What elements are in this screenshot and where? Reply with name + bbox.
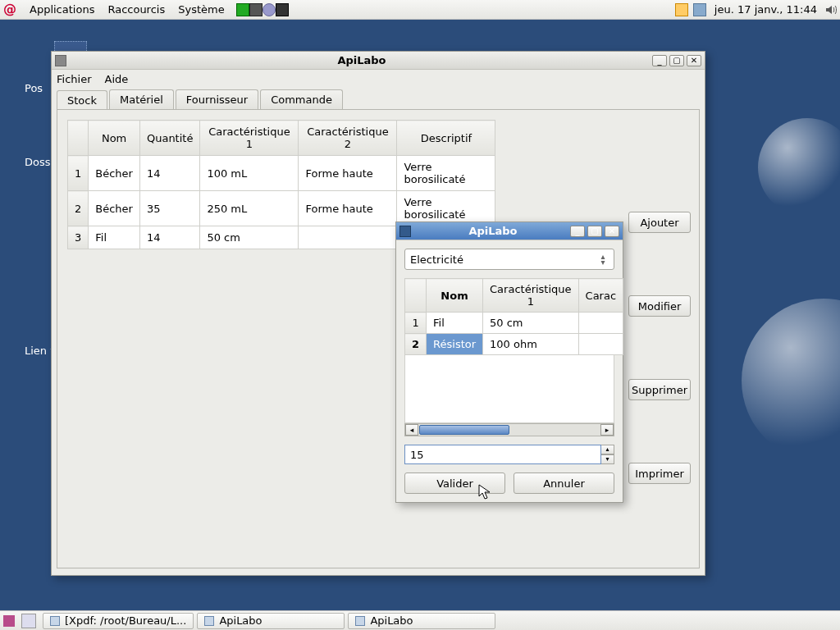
tabstrip: Stock Matériel Fournisseur Commande	[52, 89, 705, 109]
panel-applet-icon[interactable]	[276, 3, 289, 16]
dialog-table-empty-area	[404, 355, 614, 422]
main-title: ApiLabo	[71, 54, 652, 66]
task-label: ApiLabo	[370, 614, 413, 627]
app-icon	[399, 226, 411, 237]
cell-c1[interactable]: 100 ohm	[483, 334, 579, 355]
modifier-button[interactable]: Modifier	[628, 295, 691, 317]
tab-fournisseur[interactable]: Fournisseur	[176, 89, 258, 109]
cell-nom[interactable]: Fil	[89, 226, 140, 249]
cell-nom[interactable]: Bécher	[89, 156, 140, 191]
spin-up-button[interactable]: ▴	[601, 445, 614, 454]
cell-rownum: 2	[68, 191, 89, 226]
task-icon	[204, 616, 214, 626]
maximize-button[interactable]: ▢	[669, 55, 684, 66]
panel-applet-icon[interactable]	[236, 3, 249, 16]
cell-rownum: 1	[68, 156, 89, 191]
systeme-menu[interactable]: Système	[171, 3, 231, 16]
spin-down-button[interactable]: ▾	[601, 454, 614, 464]
task-apilabo-2[interactable]: ApiLabo	[348, 613, 495, 629]
task-icon	[50, 616, 60, 626]
desktop-wallpaper-bubbles	[709, 20, 840, 610]
scroll-left-button[interactable]: ◂	[405, 424, 418, 436]
dialog-table[interactable]: Nom Caractéristique 1 Carac 1Fil50 cm2Ré…	[404, 278, 623, 355]
dialog-title: ApiLabo	[416, 225, 570, 237]
cell-qte[interactable]: 14	[139, 226, 199, 249]
col-rownum[interactable]	[68, 121, 89, 156]
tray-icon[interactable]	[675, 3, 688, 16]
task-label: ApiLabo	[219, 614, 262, 627]
cell-nom[interactable]: Fil	[427, 313, 483, 334]
applications-menu[interactable]: Applications	[23, 3, 101, 16]
minimize-button[interactable]: _	[652, 55, 667, 66]
desktop-icon-label: Pos	[25, 82, 43, 94]
cell-qte[interactable]: 14	[139, 156, 199, 191]
cell-rownum: 3	[68, 226, 89, 249]
cell-c2[interactable]	[578, 334, 623, 355]
dlg-col-nom[interactable]: Nom	[427, 279, 483, 313]
col-descriptif[interactable]: Descriptif	[397, 121, 495, 156]
quantity-spinbox[interactable]: ▴ ▾	[404, 445, 614, 464]
apilabo-dialog-window: ApiLabo _ ▢ ✕ Electricité ▴▾ Nom Caracté…	[395, 221, 623, 503]
scroll-right-button[interactable]: ▸	[600, 424, 614, 436]
cell-c1[interactable]: 50 cm	[200, 226, 299, 249]
close-button[interactable]: ✕	[687, 55, 701, 66]
main-titlebar[interactable]: ApiLabo _ ▢ ✕	[52, 52, 705, 70]
table-row[interactable]: 2Résistor100 ohm	[405, 334, 623, 355]
valider-button[interactable]: Valider	[404, 472, 505, 494]
category-combo[interactable]: Electricité ▴▾	[404, 249, 614, 270]
table-row[interactable]: 1Fil50 cm	[405, 313, 623, 334]
task-apilabo-1[interactable]: ApiLabo	[197, 613, 345, 629]
category-value: Electricité	[410, 253, 463, 266]
minimize-button[interactable]: _	[570, 226, 585, 237]
show-desktop-button[interactable]	[21, 614, 36, 628]
cell-c1[interactable]: 50 cm	[483, 313, 579, 334]
table-row[interactable]: 1Bécher14100 mLForme hauteVerre borosili…	[68, 156, 495, 191]
tab-commande[interactable]: Commande	[260, 89, 343, 109]
cell-nom[interactable]: Bécher	[89, 191, 140, 226]
cell-qte[interactable]: 35	[139, 191, 199, 226]
dlg-col-carac2-truncated[interactable]: Carac	[578, 279, 623, 313]
volume-icon[interactable]	[825, 4, 837, 16]
panel-launcher-icon[interactable]	[3, 615, 15, 627]
debian-swirl-icon: @	[3, 2, 18, 17]
annuler-button[interactable]: Annuler	[514, 472, 614, 494]
dialog-titlebar[interactable]: ApiLabo _ ▢ ✕	[396, 222, 623, 240]
cell-rownum: 2	[405, 334, 427, 355]
cell-c2[interactable]: Forme haute	[299, 156, 397, 191]
tab-stock[interactable]: Stock	[57, 90, 107, 110]
task-icon	[355, 616, 365, 626]
col-nom[interactable]: Nom	[89, 121, 140, 156]
cell-c1[interactable]: 100 mL	[200, 156, 299, 191]
tab-materiel[interactable]: Matériel	[109, 89, 174, 109]
menu-fichier[interactable]: Fichier	[57, 73, 92, 85]
supprimer-button[interactable]: Supprimer	[628, 379, 691, 400]
desktop-icon-label: Doss	[25, 156, 51, 168]
maximize-button[interactable]: ▢	[587, 226, 602, 237]
task-xpdf[interactable]: [Xpdf: /root/Bureau/L...	[43, 613, 194, 629]
dialog-hscrollbar[interactable]: ◂ ▸	[404, 423, 614, 436]
cell-rownum: 1	[405, 313, 427, 334]
dlg-col-rownum[interactable]	[405, 279, 427, 313]
imprimer-button[interactable]: Imprimer	[628, 463, 691, 484]
network-icon[interactable]	[693, 3, 706, 16]
col-carac2[interactable]: Caractéristique 2	[299, 121, 397, 156]
cell-c2[interactable]	[299, 226, 397, 249]
dlg-col-carac1[interactable]: Caractéristique 1	[483, 279, 579, 313]
menubar: Fichier Aide	[52, 70, 705, 88]
ajouter-button[interactable]: Ajouter	[628, 212, 691, 233]
panel-applet-icon[interactable]	[262, 3, 276, 16]
cell-nom[interactable]: Résistor	[427, 334, 483, 355]
cell-c2[interactable]	[578, 313, 623, 334]
clock[interactable]: jeu. 17 janv., 11:44	[711, 3, 820, 16]
raccourcis-menu[interactable]: Raccourcis	[101, 3, 171, 16]
panel-applet-icon[interactable]	[249, 3, 262, 16]
quantity-input[interactable]	[404, 445, 601, 464]
cell-desc[interactable]: Verre borosilicaté	[397, 156, 495, 191]
col-carac1[interactable]: Caractéristique 1	[200, 121, 299, 156]
col-quantite[interactable]: Quantité	[139, 121, 199, 156]
menu-aide[interactable]: Aide	[105, 73, 129, 85]
scroll-thumb[interactable]	[419, 425, 509, 435]
cell-c2[interactable]: Forme haute	[299, 191, 397, 226]
cell-c1[interactable]: 250 mL	[200, 191, 299, 226]
close-button[interactable]: ✕	[605, 226, 619, 237]
